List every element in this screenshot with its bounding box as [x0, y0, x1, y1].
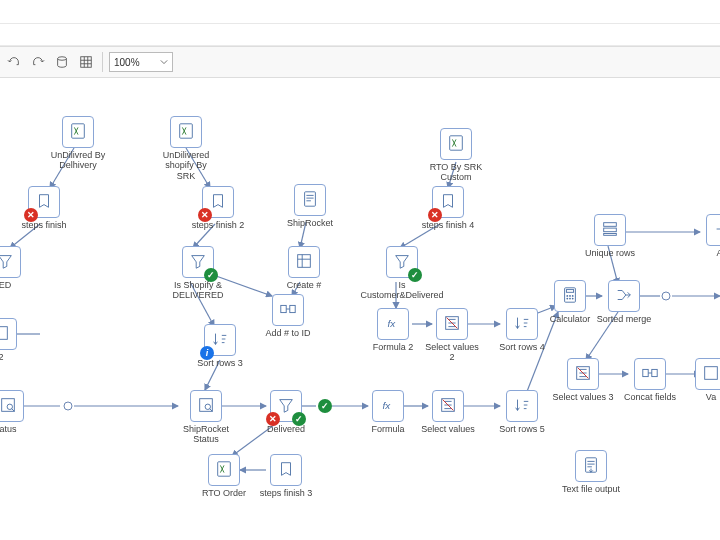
- node-shiprocket[interactable]: ShipRocket: [282, 184, 338, 228]
- node-steps-finish[interactable]: ✕ steps finish: [16, 186, 72, 230]
- app-window: 100%: [0, 0, 720, 540]
- node-two[interactable]: 2: [0, 318, 16, 362]
- node-label: steps finish 2: [192, 220, 245, 230]
- zoom-select[interactable]: 100%: [109, 52, 173, 72]
- svg-rect-24: [0, 327, 7, 340]
- step-icon: [702, 364, 720, 384]
- node-label: Add # to ID: [265, 328, 310, 338]
- node-delivered[interactable]: ✕✓ Delivered: [258, 390, 314, 434]
- svg-rect-4: [72, 124, 85, 138]
- node-label: Is Customer&Delivered: [361, 280, 444, 301]
- node-label: Sort rows 5: [499, 424, 545, 434]
- rows-icon: [601, 220, 619, 240]
- node-shiprocket-status[interactable]: ShipRocket Status: [170, 390, 242, 445]
- node-select-values[interactable]: Select values: [420, 390, 476, 434]
- select-icon: [574, 364, 592, 384]
- node-is-shopify-delivered[interactable]: ✓ Is Shopify & DELIVERED: [160, 246, 236, 301]
- svg-rect-17: [566, 290, 573, 293]
- node-calculator[interactable]: Calculator: [542, 280, 598, 324]
- node-is-customer-delivered[interactable]: ✓ Is Customer&Delivered: [362, 246, 442, 301]
- svg-rect-34: [705, 367, 718, 380]
- node-steps-finish-2[interactable]: ✕ steps finish 2: [190, 186, 246, 230]
- node-label: atus: [0, 424, 17, 434]
- node-steps-finish-3[interactable]: steps finish 3: [258, 454, 314, 498]
- node-excel-rto-srk-custom[interactable]: RTO By SRK Custom: [428, 128, 484, 183]
- node-formula-2[interactable]: fx Formula 2: [368, 308, 418, 352]
- node-create-hash[interactable]: Create #: [276, 246, 332, 290]
- node-steps-finish-4[interactable]: ✕ steps finish 4: [420, 186, 476, 230]
- excel-icon: [447, 134, 465, 154]
- svg-rect-8: [604, 223, 617, 227]
- node-label: ED: [0, 280, 11, 290]
- svg-text:fx: fx: [383, 400, 392, 411]
- tool-redo-icon[interactable]: [28, 52, 48, 72]
- block-icon: [209, 192, 227, 212]
- filter-icon: [277, 396, 295, 416]
- plus-icon: [713, 220, 720, 240]
- svg-rect-33: [652, 369, 657, 376]
- node-label: ShipRocket Status: [170, 424, 242, 445]
- node-label: Formula: [371, 424, 404, 434]
- svg-rect-7: [305, 192, 316, 206]
- block-icon: [277, 460, 295, 480]
- select-icon: [443, 314, 461, 334]
- node-label: UnDilivred By Delhivery: [50, 150, 106, 171]
- node-va[interactable]: Va: [696, 358, 720, 402]
- node-status[interactable]: atus: [0, 390, 30, 434]
- svg-rect-5: [180, 124, 193, 138]
- node-formula[interactable]: fx Formula: [360, 390, 416, 434]
- svg-rect-10: [604, 234, 617, 236]
- node-sort-rows-5[interactable]: Sort rows 5: [494, 390, 550, 434]
- sort-icon: [211, 330, 229, 350]
- filter-icon: [189, 252, 207, 272]
- svg-point-22: [569, 298, 571, 300]
- node-excel-undilivered-shopify-srk[interactable]: UnDilivered shopify By SRK: [158, 116, 214, 181]
- ok-marker: ✓: [318, 399, 332, 413]
- toolbar: 100%: [0, 46, 720, 78]
- node-label: Text file output: [562, 484, 620, 494]
- node-label: Formula 2: [373, 342, 414, 352]
- svg-rect-11: [298, 255, 311, 268]
- node-label: Ad: [716, 248, 720, 258]
- tool-db-icon[interactable]: [52, 52, 72, 72]
- node-label: 2: [0, 352, 4, 362]
- ok-badge-icon: ✓: [408, 268, 422, 282]
- node-text-file-output[interactable]: Text file output: [556, 450, 626, 494]
- node-label: steps finish 4: [422, 220, 475, 230]
- block-icon: [35, 192, 53, 212]
- svg-rect-12: [281, 305, 286, 312]
- formula-icon: fx: [379, 396, 397, 416]
- file-out-icon: [582, 456, 600, 476]
- node-sorted-merge[interactable]: Sorted merge: [596, 280, 652, 324]
- table-icon: [295, 252, 313, 272]
- svg-point-20: [572, 295, 574, 297]
- node-label: RTO Order: [202, 488, 246, 498]
- node-sort-rows-3[interactable]: i Sort rows 3: [192, 324, 248, 368]
- step-icon: [0, 324, 10, 344]
- node-ed[interactable]: ED: [0, 246, 30, 290]
- node-rto-order[interactable]: RTO Order: [196, 454, 252, 498]
- node-unique-rows[interactable]: Unique rows: [582, 214, 638, 258]
- chevron-down-icon: [160, 58, 168, 66]
- menubar: [0, 24, 720, 46]
- sort-icon: [513, 396, 531, 416]
- info-badge-icon: i: [200, 346, 214, 360]
- node-excel-undilivered-delhivery[interactable]: UnDilivred By Delhivery: [50, 116, 106, 171]
- node-add-hash-to-id[interactable]: Add # to ID: [260, 294, 316, 338]
- tool-undo-icon[interactable]: [4, 52, 24, 72]
- ok-badge-icon: ✓: [292, 412, 306, 426]
- merge-icon: [615, 286, 633, 306]
- pipeline-canvas[interactable]: UnDilivred By Delhivery UnDilivered shop…: [0, 80, 720, 540]
- error-badge-icon: ✕: [198, 208, 212, 222]
- tool-grid-icon[interactable]: [76, 52, 96, 72]
- svg-point-3: [64, 402, 72, 410]
- node-select-values-3[interactable]: Select values 3: [552, 358, 614, 402]
- node-select-values-2[interactable]: Select values 2: [424, 308, 480, 363]
- toolbar-separator: [102, 52, 103, 72]
- node-label: steps finish 3: [260, 488, 313, 498]
- node-add-right[interactable]: Ad: [694, 214, 720, 258]
- node-label: Concat fields: [624, 392, 676, 402]
- node-label: Va: [706, 392, 716, 402]
- node-concat-fields[interactable]: Concat fields: [622, 358, 678, 402]
- node-label: ShipRocket: [287, 218, 333, 228]
